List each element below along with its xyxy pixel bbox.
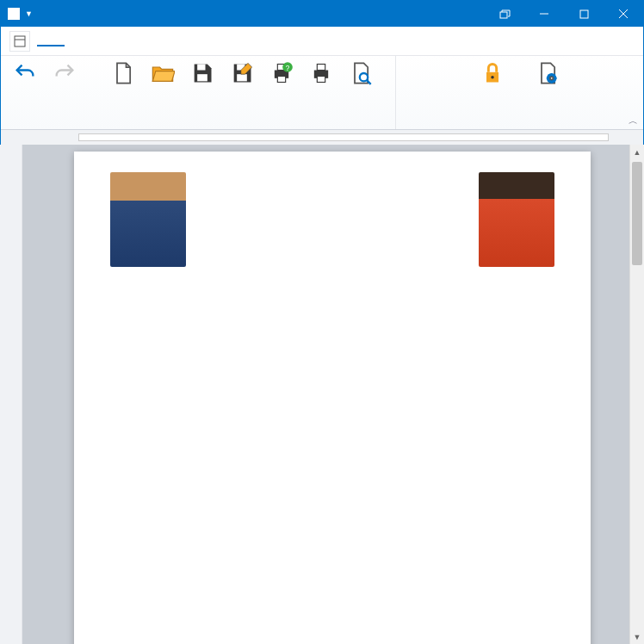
document-stage: ▲ ▼ (0, 145, 644, 644)
close-button[interactable] (604, 1, 643, 27)
tab-insert[interactable] (92, 36, 120, 46)
author-left (105, 172, 191, 272)
svg-rect-5 (15, 36, 25, 46)
svg-point-22 (492, 76, 495, 79)
print-preview-button[interactable] (342, 59, 380, 88)
collapse-ribbon-icon[interactable]: ︿ (629, 115, 638, 127)
tab-references[interactable] (147, 36, 175, 46)
tab-page-layout[interactable] (120, 36, 147, 46)
svg-point-24 (550, 77, 554, 80)
vertical-scrollbar[interactable]: ▲ ▼ (629, 145, 644, 644)
document-page[interactable] (74, 152, 591, 644)
tab-review[interactable] (202, 36, 230, 46)
scroll-up-icon[interactable]: ▲ (630, 145, 644, 159)
svg-rect-18 (317, 77, 325, 83)
author-right (474, 172, 560, 272)
vertical-ruler[interactable] (0, 145, 22, 644)
quick-print-button[interactable]: ? (263, 59, 300, 88)
maximize-button[interactable] (564, 1, 604, 27)
save-as-button[interactable] (223, 59, 261, 88)
new-button[interactable] (104, 59, 142, 88)
menu-bar (1, 27, 643, 56)
qat-dropdown-icon[interactable]: ▼ (25, 9, 33, 18)
app-logo-icon (8, 8, 20, 20)
scroll-down-icon[interactable]: ▼ (630, 629, 644, 644)
title-bar: ▼ (1, 1, 643, 27)
ribbon: ? ︿ (1, 56, 643, 130)
svg-rect-10 (237, 74, 247, 81)
tab-mail-merge[interactable] (175, 36, 202, 46)
doc-properties-button[interactable] (522, 59, 573, 88)
scroll-thumb[interactable] (632, 162, 642, 265)
svg-rect-2 (580, 10, 588, 18)
open-button[interactable] (144, 59, 182, 88)
print-button[interactable] (302, 59, 340, 88)
svg-rect-7 (197, 65, 205, 71)
undo-button[interactable] (6, 59, 44, 88)
tab-file[interactable] (37, 36, 65, 46)
view-options-icon[interactable] (9, 31, 30, 52)
redo-button[interactable] (46, 59, 84, 88)
restore-down-alt-button[interactable] (485, 1, 524, 27)
svg-text:?: ? (286, 65, 290, 72)
svg-rect-0 (500, 12, 507, 18)
save-button[interactable] (183, 59, 221, 88)
encrypt-button[interactable] (465, 59, 520, 88)
minimize-button[interactable] (524, 1, 564, 27)
tab-home[interactable] (65, 36, 92, 46)
svg-rect-8 (197, 74, 207, 81)
svg-rect-13 (277, 77, 285, 83)
svg-rect-17 (317, 65, 325, 71)
horizontal-ruler[interactable] (1, 130, 643, 146)
tab-view[interactable] (230, 36, 257, 46)
author-photo-1 (110, 172, 186, 267)
author-photo-2 (479, 172, 554, 267)
